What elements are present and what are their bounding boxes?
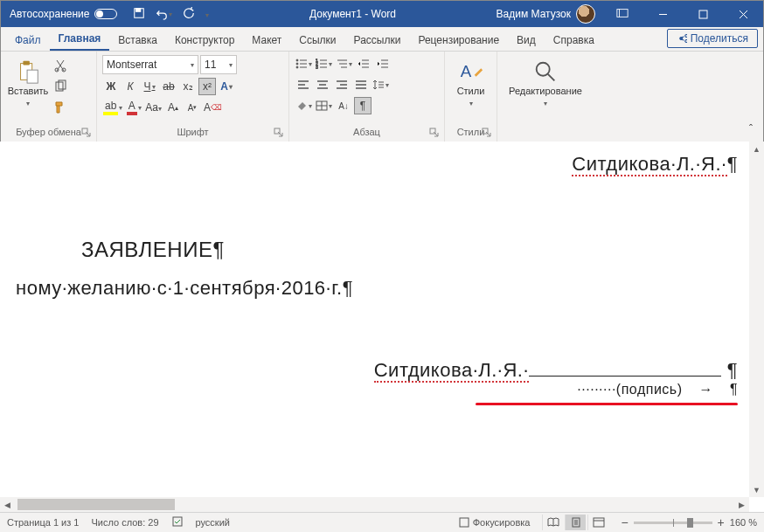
grow-font-button[interactable]: A▴ [164,99,182,116]
print-view-button[interactable] [565,515,586,530]
tab-view[interactable]: Вид [508,30,545,51]
redo-button[interactable] [183,7,195,22]
underline-button[interactable]: Ч [141,78,158,95]
font-name-combo[interactable]: Montserrat [102,55,198,74]
zoom-in-button[interactable]: + [718,515,725,529]
align-left-button[interactable] [295,76,312,93]
subscript-button[interactable]: x₂ [179,78,197,95]
scroll-down-icon[interactable]: ▼ [749,482,764,497]
text-effects-button[interactable]: A [218,78,235,95]
copy-button[interactable] [52,78,69,95]
italic-button[interactable]: К [122,78,139,95]
superscript-button[interactable]: x² [198,78,216,95]
change-case-button[interactable]: Aa [144,99,163,116]
scroll-left-icon[interactable]: ◀ [0,497,15,512]
zoom-slider[interactable] [634,522,712,524]
font-color-button[interactable]: A [125,99,142,116]
align-right-button[interactable] [333,76,351,93]
align-center-button[interactable] [314,76,331,93]
page[interactable]: Ситдикова·Л.·Я.·¶ ЗАЯВЛЕНИЕ¶ ному·желани… [16,146,747,494]
bold-button[interactable]: Ж [102,78,120,95]
tab-references[interactable]: Ссылки [290,30,344,51]
tab-layout[interactable]: Макет [243,30,290,51]
zoom-level[interactable]: 160 % [730,517,757,528]
status-words[interactable]: Число слов: 29 [91,517,158,528]
horizontal-scrollbar[interactable]: ◀ ▶ [0,497,749,512]
launcher-icon[interactable] [274,128,283,137]
svg-rect-3 [699,10,707,18]
launcher-icon[interactable] [81,128,91,137]
line-spacing-button[interactable] [372,76,390,93]
clear-format-button[interactable]: A⌫ [203,99,223,116]
tab-home[interactable]: Главная [50,28,110,51]
minimize-button[interactable] [642,1,683,27]
pilcrow-icon: ¶ [343,277,353,299]
collapse-ribbon-button[interactable]: ˆ [742,121,760,138]
user-account[interactable]: Вадим Матузок [490,4,602,24]
styles-button[interactable]: A Стили [450,55,491,112]
status-language[interactable]: русский [196,517,230,528]
maximize-button[interactable] [683,1,723,27]
launcher-icon[interactable] [429,128,439,137]
multilevel-button[interactable] [335,55,353,73]
tab-mailings[interactable]: Рассылки [345,30,410,51]
scroll-up-icon[interactable]: ▲ [749,142,764,156]
font-group-label: Шрифт [177,127,208,137]
ribbon-display-icon[interactable] [602,8,642,21]
font-size-combo[interactable]: 11 [200,55,237,74]
tab-help[interactable]: Справка [545,30,603,51]
tab-file[interactable]: Файл [6,30,50,51]
borders-button[interactable] [315,97,333,114]
status-page[interactable]: Страница 1 из 1 [7,517,79,528]
paste-label: Вставить [8,86,49,96]
svg-rect-25 [460,518,469,527]
numbering-button[interactable]: 123 [315,55,333,73]
format-painter-button[interactable] [52,99,69,116]
shading-button[interactable] [295,97,313,114]
focus-mode[interactable]: Фокусировка [459,517,531,528]
tab-design[interactable]: Конструктор [166,30,243,51]
save-icon[interactable] [133,7,145,22]
read-view-button[interactable] [542,515,563,530]
cut-button[interactable] [52,57,69,74]
document-area: Ситдикова·Л.·Я.·¶ ЗАЯВЛЕНИЕ¶ ному·желани… [0,142,764,512]
svg-rect-6 [27,70,38,83]
strike-button[interactable]: ab [160,78,177,95]
shrink-font-button[interactable]: A▾ [184,99,201,116]
spellcheck-icon[interactable] [171,515,184,529]
styles-label: Стили [457,86,485,96]
qat-more[interactable] [205,8,209,20]
editing-button[interactable]: Редактирование [503,55,588,112]
launcher-icon[interactable] [482,128,491,137]
group-clipboard: Вставить Буфер обмена [1,52,97,142]
autosave-label: Автосохранение [10,8,89,20]
pilcrow-icon: ¶ [730,382,738,397]
svg-rect-24 [173,517,182,526]
autosave-toggle[interactable] [94,9,117,19]
tab-review[interactable]: Рецензирование [409,30,508,51]
undo-button[interactable] [156,8,172,20]
increase-indent-button[interactable] [374,55,392,73]
view-buttons [542,515,608,530]
share-button[interactable]: Поделиться [667,29,758,48]
justify-button[interactable] [352,76,370,93]
svg-point-15 [296,66,298,68]
sort-button[interactable]: A↓ [335,97,352,114]
scroll-right-icon[interactable]: ▶ [734,497,749,512]
user-name: Вадим Матузок [497,8,571,20]
zoom-out-button[interactable]: − [621,515,628,529]
tab-insert[interactable]: Вставка [109,30,166,51]
group-font: Montserrat 11 Ж К Ч ab x₂ x² A ab A Aa A… [97,52,289,142]
svg-point-7 [55,68,59,72]
vertical-scrollbar[interactable]: ▲ ▼ [749,142,764,497]
highlight-button[interactable]: ab [102,99,123,116]
scroll-thumb[interactable] [17,499,175,510]
web-view-button[interactable] [587,515,608,530]
bullets-button[interactable] [295,55,313,73]
close-button[interactable] [723,1,763,27]
document-title: Документ1 - Word [216,8,489,20]
paste-button[interactable]: Вставить [6,55,50,112]
show-marks-button[interactable]: ¶ [354,97,372,114]
decrease-indent-button[interactable] [355,55,372,73]
annotation-mark [476,403,738,405]
